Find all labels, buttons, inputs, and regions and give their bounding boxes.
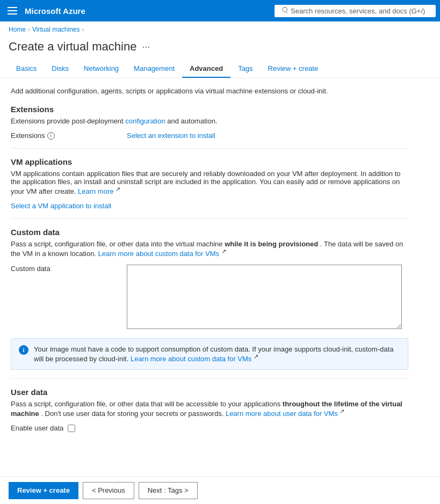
enable-user-data-label: Enable user data	[11, 424, 63, 432]
extensions-label: Extensions i	[11, 132, 118, 140]
info-box-text: Your image must have a code to support c…	[34, 345, 400, 363]
vm-applications-section: VM applications VM applications contain …	[11, 157, 408, 210]
hamburger-button[interactable]	[4, 3, 20, 19]
app-title: Microsoft Azure	[25, 6, 85, 16]
custom-data-desc: Pass a script, configuration file, or ot…	[11, 240, 408, 258]
breadcrumb-sep2: ›	[82, 26, 84, 33]
vm-applications-desc: VM applications contain application file…	[11, 170, 408, 195]
tab-management[interactable]: Management	[126, 60, 182, 78]
extensions-row: Extensions i Select an extension to inst…	[11, 132, 408, 140]
topbar: Microsoft Azure Search resources, servic…	[0, 0, 440, 21]
tab-disks[interactable]: Disks	[44, 60, 76, 78]
search-icon	[280, 7, 287, 14]
vm-apps-learn-more-link[interactable]: Learn more	[78, 187, 113, 195]
breadcrumb-vms[interactable]: Virtual machines	[32, 26, 80, 33]
tab-review-create[interactable]: Review + create	[261, 60, 326, 78]
custom-data-label: Custom data	[11, 265, 118, 273]
main-content: Add additional configuration, agents, sc…	[0, 78, 419, 478]
custom-data-info-box: i Your image must have a code to support…	[11, 338, 408, 370]
select-vm-application-link[interactable]: Select a VM application to install	[11, 202, 408, 210]
extensions-info-icon[interactable]: i	[47, 132, 55, 140]
tab-networking[interactable]: Networking	[76, 60, 126, 78]
tab-advanced[interactable]: Advanced	[182, 60, 230, 78]
custom-data-textarea[interactable]	[127, 265, 402, 329]
tabs-container: Basics Disks Networking Management Advan…	[0, 54, 440, 78]
tab-basics[interactable]: Basics	[9, 60, 44, 78]
custom-data-section: Custom data Pass a script, configuration…	[11, 228, 408, 370]
info-box-icon: i	[19, 345, 28, 355]
more-options-button[interactable]: ···	[142, 41, 150, 53]
search-placeholder: Search resources, services, and docs (G+…	[291, 7, 425, 15]
extensions-value: Select an extension to install	[127, 132, 215, 140]
page-title: Create a virtual machine	[9, 40, 136, 54]
page-subtitle: Add additional configuration, agents, sc…	[11, 87, 408, 95]
breadcrumb-home[interactable]: Home	[9, 26, 26, 33]
breadcrumb: Home › Virtual machines ›	[0, 21, 440, 38]
extensions-configuration-link[interactable]: configuration	[125, 117, 165, 125]
enable-user-data-checkbox[interactable]	[68, 425, 75, 432]
custom-data-input-wrap	[127, 265, 402, 331]
custom-data-learn-more-link[interactable]: Learn more about custom data for VMs	[98, 250, 219, 258]
custom-data-row: Custom data	[11, 265, 408, 331]
info-box-learn-more-link[interactable]: Learn more about custom data for VMs	[131, 355, 251, 363]
vm-applications-title: VM applications	[11, 157, 408, 166]
user-data-section: User data Pass a script, configuration f…	[11, 388, 408, 432]
divider-3	[11, 378, 408, 379]
user-data-desc: Pass a script, configuration file, or ot…	[11, 400, 408, 418]
breadcrumb-sep1: ›	[28, 26, 30, 33]
tab-tags[interactable]: Tags	[230, 60, 260, 78]
divider-1	[11, 148, 408, 149]
extensions-section: Extensions Extensions provide post-deplo…	[11, 105, 408, 140]
search-bar[interactable]: Search resources, services, and docs (G+…	[275, 5, 436, 17]
user-data-title: User data	[11, 388, 408, 397]
divider-2	[11, 218, 408, 219]
select-extension-link[interactable]: Select an extension to install	[127, 132, 215, 140]
extensions-desc: Extensions provide post-deployment confi…	[11, 117, 408, 125]
extensions-title: Extensions	[11, 105, 408, 114]
page-header: Create a virtual machine ···	[0, 38, 440, 54]
user-data-learn-more-link[interactable]: Learn more about user data for VMs	[226, 410, 338, 418]
custom-data-title: Custom data	[11, 228, 408, 237]
enable-user-data-row: Enable user data	[11, 424, 408, 432]
bottom-bar: Review + create < Previous Next : Tags >	[0, 476, 440, 478]
